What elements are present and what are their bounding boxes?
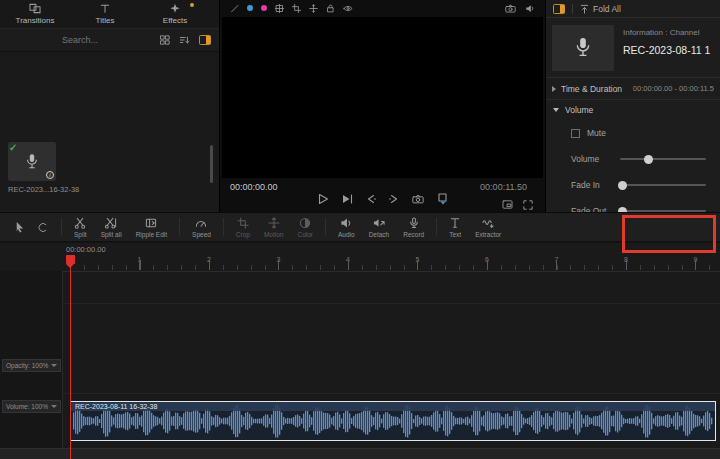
clip-info-icon[interactable]: i (46, 171, 54, 179)
preview-toolbar (220, 0, 545, 16)
properties-header: Fold All (546, 0, 720, 18)
extractor-button[interactable]: Extractor (468, 217, 508, 238)
snap-tool-icon[interactable] (37, 222, 48, 233)
grid-view-icon[interactable] (160, 35, 170, 45)
tab-titles[interactable]: Titles (70, 0, 140, 28)
volume-slider[interactable] (620, 158, 706, 160)
fold-all-button[interactable]: Fold All (580, 4, 621, 14)
timeline-start-time: 00:00:00.00 (66, 245, 106, 254)
divider (325, 218, 326, 236)
play-to-end-button[interactable] (342, 193, 353, 205)
speaker-icon[interactable] (525, 4, 535, 13)
record-button[interactable]: Record (396, 217, 431, 238)
track-header-column: Opacity: 100% Volume: 100% (0, 271, 63, 459)
playhead-handle[interactable] (66, 255, 75, 264)
split-button[interactable]: Split (67, 217, 94, 238)
tab-transitions[interactable]: Transitions (0, 0, 70, 28)
media-clip-thumbnail[interactable]: ✓ i (8, 142, 56, 181)
select-tool-icon[interactable] (14, 221, 25, 233)
ruler-tick-number: 7 (555, 256, 559, 263)
ruler-tick-number: 8 (624, 256, 628, 263)
timeline-bottom-strip (0, 448, 720, 459)
eye-icon[interactable] (343, 4, 353, 13)
fade-in-slider[interactable] (620, 184, 706, 186)
library-view-controls (160, 35, 211, 45)
microphone-icon (25, 153, 39, 171)
previous-frame-button[interactable] (366, 194, 376, 204)
text-button[interactable]: Text (442, 217, 468, 238)
playback-current-time: 00:00:00.00 (230, 182, 278, 192)
library-panel: Transitions Titles Effects (0, 0, 220, 212)
split-all-button[interactable]: Split all (94, 217, 129, 238)
divider (436, 218, 437, 236)
volume-section-header[interactable]: Volume (546, 100, 720, 120)
mark-button[interactable] (437, 193, 448, 205)
volume-envelope-control[interactable]: Volume: 100% (2, 400, 61, 413)
time-duration-value: 00:00:00.00 - 00:00:11.5 (633, 84, 714, 93)
ruler-tick-number: 6 (485, 256, 489, 263)
preview-corner-controls (502, 200, 533, 210)
color-dot-blue-icon[interactable] (247, 5, 253, 11)
titles-icon (99, 3, 111, 14)
tab-effects[interactable]: Effects (140, 0, 210, 28)
camera-icon[interactable] (505, 4, 516, 13)
fade-in-label: Fade In (571, 180, 613, 190)
tab-label: Titles (96, 16, 115, 25)
volume-section-label: Volume (565, 105, 593, 115)
snapshot-button[interactable] (412, 194, 424, 204)
next-frame-button[interactable] (389, 194, 399, 204)
divider (223, 218, 224, 236)
chevron-down-icon (51, 405, 57, 408)
crop-button[interactable]: Crop (229, 217, 257, 238)
selected-check-icon: ✓ (9, 142, 17, 153)
audio-clip[interactable]: REC-2023-08-11 16-32-38 (70, 401, 716, 441)
play-button[interactable] (318, 193, 329, 205)
ripple-edit-button[interactable]: Ripple Edit (129, 217, 174, 238)
media-library-grid: ✓ i REC-2023...16-32-38 (0, 52, 219, 210)
timeline-panel: 00:00:00.00 123456789 Opacity: 100% Volu… (0, 243, 720, 459)
fade-in-slider-knob[interactable] (618, 181, 627, 190)
opacity-envelope-control[interactable]: Opacity: 100% (2, 359, 61, 372)
mute-checkbox[interactable] (571, 129, 580, 138)
ruler-tick-number: 3 (277, 256, 281, 263)
properties-panel: Fold All Information : Channel REC-2023-… (545, 0, 720, 212)
audio-button[interactable]: Audio (331, 217, 362, 238)
time-duration-row[interactable]: Time & Duration 00:00:00.00 - 00:00:11.5 (546, 78, 720, 100)
transform-icon[interactable] (275, 4, 284, 13)
search-input[interactable] (62, 35, 160, 45)
ruler-tick-number: 5 (416, 256, 420, 263)
ruler-tick-number: 4 (346, 256, 350, 263)
track-divider (0, 303, 720, 304)
sort-icon[interactable] (179, 35, 190, 45)
fullscreen-icon[interactable] (523, 200, 533, 210)
playhead-line[interactable] (70, 255, 71, 459)
lock-icon[interactable] (326, 4, 335, 13)
video-viewport[interactable] (222, 17, 543, 178)
ruler-tick-number: 9 (694, 256, 698, 263)
library-search-row (0, 28, 219, 52)
color-dot-pink-icon[interactable] (261, 5, 267, 11)
color-button[interactable]: Color (290, 217, 320, 238)
editing-toolbar: Split Split all Ripple Edit Speed Crop M… (0, 212, 720, 242)
mute-label: Mute (587, 128, 629, 138)
library-scrollbar[interactable] (210, 145, 213, 183)
fade-in-slider-row: Fade In (546, 172, 720, 198)
motion-button[interactable]: Motion (257, 217, 291, 238)
expand-arrow-icon (552, 86, 556, 92)
pan-icon[interactable] (309, 4, 318, 13)
detach-button[interactable]: Detach (362, 217, 397, 238)
brush-icon[interactable] (230, 4, 239, 13)
speed-button[interactable]: Speed (185, 217, 218, 238)
panel-toggle-icon[interactable] (553, 4, 565, 14)
crop-tool-icon[interactable] (292, 4, 301, 13)
effects-icon (169, 3, 181, 14)
timeline-ruler[interactable]: 123456789 (63, 255, 720, 271)
transport-controls (220, 193, 545, 205)
mini-player-icon[interactable] (502, 200, 513, 210)
track-divider (0, 271, 720, 272)
panel-toggle-icon[interactable] (199, 35, 211, 45)
clip-info-section: Information : Channel REC-2023-08-11 1 (546, 18, 720, 78)
volume-slider-label: Volume (571, 154, 613, 164)
volume-slider-knob[interactable] (644, 155, 653, 164)
clip-info-thumbnail (552, 25, 614, 71)
